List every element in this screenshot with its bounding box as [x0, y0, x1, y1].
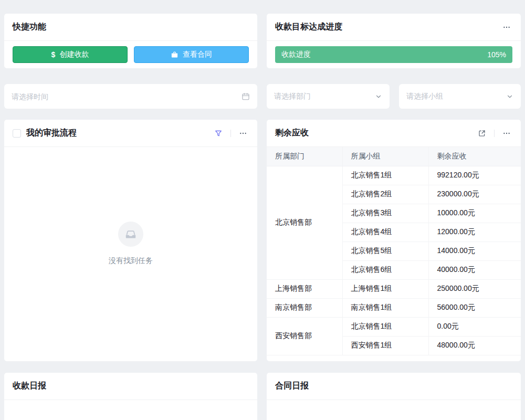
- department-select[interactable]: 请选择部门: [267, 84, 390, 109]
- progress-card-header: 收款目标达成进度: [267, 14, 521, 41]
- group-cell: 南京销售1组: [342, 298, 428, 317]
- quick-functions-card: 快捷功能 $ 创建收款 查看合同: [4, 14, 257, 68]
- time-range-input[interactable]: [12, 92, 242, 101]
- column-header-department: 所属部门: [267, 147, 342, 166]
- calendar-icon: [242, 92, 250, 101]
- approval-card-header: 我的审批流程: [4, 120, 257, 147]
- payment-daily-card: 收款日报: [4, 373, 257, 420]
- payment-daily-title: 收款日报: [13, 381, 46, 392]
- collection-progress-bar: 收款进度 105%: [275, 46, 512, 63]
- amount-cell: 10000.00元: [428, 204, 521, 223]
- divider: [494, 130, 495, 137]
- more-icon[interactable]: [501, 22, 512, 33]
- approval-card-title: 我的审批流程: [26, 128, 77, 139]
- chevron-down-icon: [375, 93, 382, 100]
- payment-daily-header: 收款日报: [4, 373, 257, 400]
- progress-bar-value: 105%: [487, 50, 506, 59]
- amount-cell: 56000.00元: [428, 298, 521, 317]
- group-cell: 上海销售1组: [342, 279, 428, 298]
- group-cell: 北京销售2组: [342, 185, 428, 204]
- approval-flow-card: 我的审批流程 没有找到任务: [4, 120, 257, 361]
- select-all-checkbox[interactable]: [13, 129, 21, 138]
- receivables-card-header: 剩余应收: [267, 120, 521, 147]
- more-icon[interactable]: [237, 128, 249, 139]
- table-row: 西安销售部 北京销售1组 0.00元: [267, 317, 521, 336]
- quick-functions-header: 快捷功能: [4, 14, 257, 41]
- table-row: 南京销售部 南京销售1组 56000.00元: [267, 298, 521, 317]
- group-cell: 北京销售6组: [342, 260, 428, 279]
- progress-card: 收款目标达成进度 收款进度 105%: [267, 14, 521, 68]
- table-row: 北京销售部 北京销售1组 992120.00元: [267, 166, 521, 185]
- group-select[interactable]: 请选择小组: [399, 84, 521, 109]
- amount-cell: 14000.00元: [428, 242, 521, 260]
- amount-cell: 230000.00元: [428, 185, 521, 204]
- dollar-icon: $: [51, 50, 56, 59]
- progress-card-title: 收款目标达成进度: [275, 22, 342, 33]
- contract-daily-title: 合同日报: [275, 381, 309, 392]
- amount-cell: 0.00元: [428, 317, 521, 336]
- external-link-icon[interactable]: [476, 128, 488, 139]
- empty-state-text: 没有找到任务: [109, 256, 153, 266]
- table-row: 上海销售部 上海销售1组 250000.00元: [267, 279, 521, 298]
- empty-inbox-icon: [118, 222, 143, 247]
- amount-cell: 250000.00元: [428, 279, 521, 298]
- department-select-placeholder: 请选择部门: [274, 92, 311, 101]
- dept-cell: 南京销售部: [267, 298, 342, 317]
- create-payment-button[interactable]: $ 创建收款: [13, 46, 128, 63]
- view-contract-label: 查看合同: [183, 50, 212, 59]
- receivables-card: 剩余应收 所属部门 所属小组 剩余应收: [267, 120, 521, 361]
- receivables-card-title: 剩余应收: [275, 128, 309, 139]
- amount-cell: 48000.00元: [428, 336, 521, 355]
- amount-cell: 992120.00元: [428, 166, 521, 185]
- create-payment-label: 创建收款: [59, 50, 89, 59]
- group-cell: 北京销售1组: [342, 317, 428, 336]
- more-icon[interactable]: [501, 128, 512, 139]
- time-range-picker[interactable]: [4, 84, 257, 109]
- group-cell: 西安销售1组: [342, 336, 428, 355]
- filter-funnel-icon[interactable]: [213, 128, 224, 139]
- column-header-group: 所属小组: [342, 147, 428, 166]
- table-header-row: 所属部门 所属小组 剩余应收: [267, 147, 521, 166]
- receivables-table: 所属部门 所属小组 剩余应收 北京销售部 北京销售1组 992120.00元 北…: [267, 147, 521, 355]
- contract-daily-header: 合同日报: [267, 373, 521, 400]
- dept-cell: 上海销售部: [267, 279, 342, 298]
- column-header-amount: 剩余应收: [428, 147, 521, 166]
- amount-cell: 40000.00元: [428, 260, 521, 279]
- approval-empty-state: 没有找到任务: [4, 147, 257, 361]
- contract-daily-card: 合同日报: [267, 373, 521, 420]
- divider: [230, 130, 231, 137]
- quick-functions-title: 快捷功能: [13, 22, 46, 33]
- progress-bar-label: 收款进度: [281, 50, 311, 59]
- group-cell: 北京销售5组: [342, 242, 428, 260]
- group-cell: 北京销售4组: [342, 223, 428, 242]
- dept-cell: 西安销售部: [267, 317, 342, 355]
- group-cell: 北京销售3组: [342, 204, 428, 223]
- dept-cell: 北京销售部: [267, 166, 342, 279]
- group-select-placeholder: 请选择小组: [406, 92, 443, 101]
- chevron-down-icon: [506, 93, 513, 100]
- amount-cell: 12000.00元: [428, 223, 521, 242]
- briefcase-icon: [171, 51, 178, 59]
- group-cell: 北京销售1组: [342, 166, 428, 185]
- view-contract-button[interactable]: 查看合同: [134, 46, 249, 63]
